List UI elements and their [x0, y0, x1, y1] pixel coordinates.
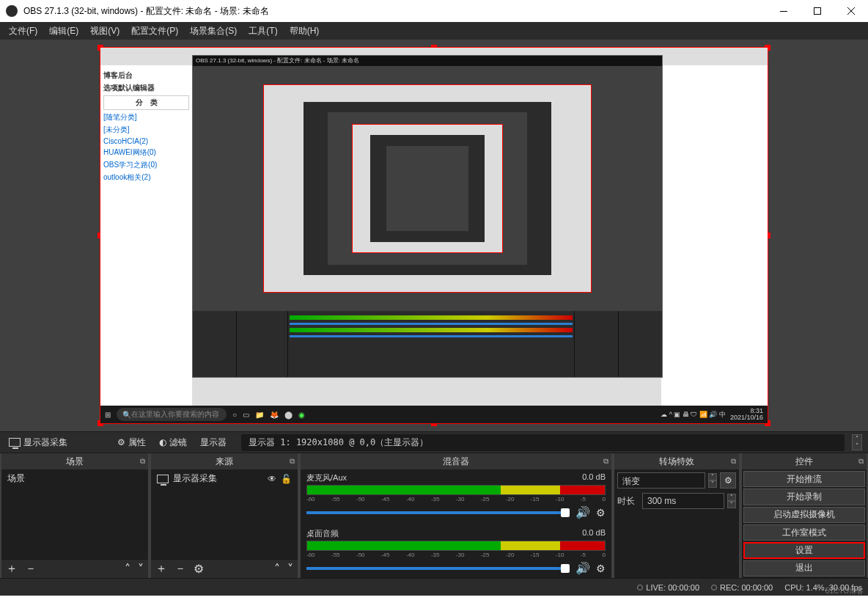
mixer-channel-desktop: 桌面音频0.0 dB -60-55-50-45-40-35-30-25-20-1…: [301, 525, 611, 578]
popout-icon[interactable]: ⧉: [290, 457, 295, 466]
channel-name: 麦克风/Aux: [306, 472, 347, 483]
close-button[interactable]: [834, 0, 868, 22]
display-field-label: 显示器: [197, 435, 229, 450]
scene-down-button[interactable]: ˅: [138, 562, 144, 576]
transition-settings-button[interactable]: ⚙: [720, 472, 736, 489]
nested-browser-right: [661, 65, 768, 406]
filters-button[interactable]: ◐滤镜: [156, 435, 190, 450]
rec-indicator-icon: [711, 585, 717, 590]
source-row[interactable]: 显示器采集 👁 🔓: [151, 469, 298, 488]
vu-scale: -60-55-50-45-40-35-30-25-20-15-10-50: [306, 496, 606, 502]
nested-obs-title: OBS 27.1.3 (32-bit, windows) - 配置文件: 未命名…: [193, 56, 662, 66]
mixer-channel-mic: 麦克风/Aux0.0 dB -60-55-50-45-40-35-30-25-2…: [301, 469, 611, 525]
channel-db: 0.0 dB: [582, 528, 606, 539]
properties-button[interactable]: ⚙属性: [114, 435, 149, 450]
window-title: OBS 27.1.3 (32-bit, windows) - 配置文件: 未命名…: [23, 5, 767, 18]
start-streaming-button[interactable]: 开始推流: [743, 471, 865, 487]
remove-source-button[interactable]: －: [174, 561, 186, 577]
scenes-panel: 场景⧉ 场景 ＋ － ˄ ˅: [1, 453, 148, 578]
display-selector[interactable]: 显示器 1: 1920x1080 @ 0,0（主显示器）: [241, 434, 845, 451]
menu-file[interactable]: 文件(F): [3, 23, 43, 40]
menu-tools[interactable]: 工具(T): [243, 23, 283, 40]
vu-meter: [306, 541, 606, 551]
monitor-icon: [9, 438, 21, 447]
channel-name: 桌面音频: [306, 528, 339, 539]
start-virtual-cam-button[interactable]: 启动虚拟摄像机: [743, 507, 865, 523]
add-source-button[interactable]: ＋: [155, 561, 167, 577]
source-up-button[interactable]: ˄: [274, 562, 280, 576]
channel-settings-button[interactable]: ⚙: [596, 507, 606, 519]
scene-row[interactable]: 场景: [1, 469, 148, 488]
controls-title: 控件: [795, 455, 813, 468]
nested-obs-window: OBS 27.1.3 (32-bit, windows) - 配置文件: 未命名…: [192, 55, 663, 378]
gear-icon: ⚙: [117, 437, 125, 447]
nested-browser-sidebar: 博客后台 选项默认编辑器 分 类 [随笔分类][未分类] CiscoHCIA(2…: [100, 65, 192, 406]
popout-icon[interactable]: ⧉: [858, 457, 864, 466]
transitions-title: 转场特效: [659, 455, 694, 468]
scene-label: 场景: [7, 472, 25, 485]
mixer-panel: 混音器⧉ 麦克风/Aux0.0 dB -60-55-50-45-40-35-30…: [301, 453, 611, 578]
channel-settings-button[interactable]: ⚙: [596, 563, 606, 574]
channel-db: 0.0 dB: [582, 472, 606, 483]
transition-type-select[interactable]: 渐变: [617, 472, 705, 489]
menu-help[interactable]: 帮助(H): [284, 23, 326, 40]
app-icon: [6, 5, 18, 17]
scenes-title: 场景: [66, 455, 84, 468]
svg-rect-1: [814, 8, 821, 15]
exit-button[interactable]: 退出: [743, 560, 865, 577]
monitor-icon: [157, 475, 169, 483]
menu-edit[interactable]: 编辑(E): [43, 23, 84, 40]
menu-scene-collection[interactable]: 场景集合(S): [184, 23, 243, 40]
preview-captured-desktop: 博客后台 选项默认编辑器 分 类 [随笔分类][未分类] CiscoHCIA(2…: [100, 48, 768, 423]
live-indicator-icon: [637, 585, 643, 590]
windows-start-icon: ⊞: [105, 411, 111, 419]
filters-icon: ◐: [159, 437, 166, 447]
maximize-button[interactable]: [801, 0, 834, 22]
watermark: 51CTO博客: [825, 586, 864, 596]
duration-stepper[interactable]: ˄˅: [727, 494, 736, 508]
vu-meter: [306, 485, 606, 495]
svg-rect-0: [780, 11, 787, 12]
studio-mode-button[interactable]: 工作室模式: [743, 524, 865, 541]
menu-view[interactable]: 视图(V): [84, 23, 125, 40]
status-rec: REC: 00:00:00: [711, 583, 773, 592]
source-toolbar: 显示器采集 ⚙属性 ◐滤镜 显示器 显示器 1: 1920x1080 @ 0,0…: [0, 431, 868, 453]
source-properties-button[interactable]: ⚙: [194, 562, 204, 576]
remove-scene-button[interactable]: －: [25, 561, 37, 577]
status-bar: LIVE: 00:00:00 REC: 00:00:00 CPU: 1.4%, …: [0, 578, 868, 596]
preview-area[interactable]: 博客后台 选项默认编辑器 分 类 [随笔分类][未分类] CiscoHCIA(2…: [0, 40, 868, 431]
status-live: LIVE: 00:00:00: [637, 583, 699, 592]
preview-source-bounds[interactable]: 博客后台 选项默认编辑器 分 类 [随笔分类][未分类] CiscoHCIA(2…: [100, 47, 768, 424]
popout-icon[interactable]: ⧉: [731, 457, 736, 466]
scene-up-button[interactable]: ˄: [125, 562, 130, 576]
mixer-title: 混音器: [443, 455, 469, 468]
popout-icon[interactable]: ⧉: [603, 457, 608, 466]
settings-button[interactable]: 设置: [743, 542, 865, 558]
source-down-button[interactable]: ˅: [287, 562, 293, 576]
menu-profile[interactable]: 配置文件(P): [125, 23, 184, 40]
mute-button[interactable]: 🔊: [575, 561, 590, 575]
sources-title: 来源: [216, 455, 233, 468]
sources-panel: 来源⧉ 显示器采集 👁 🔓 ＋ － ⚙ ˄ ˅: [151, 453, 298, 578]
popout-icon[interactable]: ⧉: [140, 457, 145, 466]
selected-source-label: 显示器采集: [6, 435, 70, 450]
transition-type-stepper[interactable]: ˄˅: [708, 473, 717, 488]
start-recording-button[interactable]: 开始录制: [743, 489, 865, 505]
duration-input[interactable]: 300 ms: [642, 493, 724, 509]
mute-button[interactable]: 🔊: [575, 505, 590, 519]
add-scene-button[interactable]: ＋: [6, 561, 18, 577]
dock-area: 场景⧉ 场景 ＋ － ˄ ˅ 来源⧉ 显示器采集 👁 🔓 ＋ － ⚙ ˄: [0, 453, 868, 578]
lock-toggle[interactable]: 🔓: [281, 474, 292, 484]
minimize-button[interactable]: [767, 0, 801, 22]
volume-slider[interactable]: [306, 567, 570, 570]
volume-slider[interactable]: [306, 511, 570, 514]
nested-taskbar: ⊞ 🔍 在这里输入你要搜索的内容 ○▭📁🦊⬤◉ ☁ ^ ▣ 🖶 🛡 📶 🔊 中 …: [100, 406, 768, 423]
window-titlebar: OBS 27.1.3 (32-bit, windows) - 配置文件: 未命名…: [0, 0, 868, 22]
display-stepper[interactable]: ˄˅: [852, 434, 862, 450]
visibility-toggle[interactable]: 👁: [268, 474, 276, 484]
controls-panel: 控件⧉ 开始推流 开始录制 启动虚拟摄像机 工作室模式 设置 退出: [742, 453, 867, 578]
menubar: 文件(F) 编辑(E) 视图(V) 配置文件(P) 场景集合(S) 工具(T) …: [0, 22, 868, 40]
nested-search: 🔍 在这里输入你要搜索的内容: [117, 408, 227, 421]
duration-label: 时长: [617, 495, 639, 508]
transitions-panel: 转场特效⧉ 渐变 ˄˅ ⚙ 时长 300 ms ˄˅: [614, 453, 739, 578]
